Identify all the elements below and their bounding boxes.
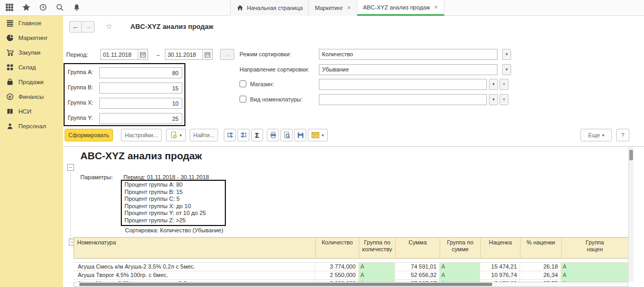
column-header: Группа по сумме	[440, 238, 481, 259]
store-combo[interactable]	[319, 79, 487, 90]
group-a-label: Группа A:	[68, 69, 93, 75]
nomen-type-clear-button[interactable]: ×	[500, 94, 508, 105]
svg-text:Р: Р	[8, 95, 12, 99]
nomen-type-combo[interactable]	[319, 94, 487, 105]
forward-button[interactable]: →	[82, 21, 95, 33]
tab-label: Маркетинг	[315, 5, 342, 11]
percent-line: Процент группы Z: >25	[124, 217, 222, 224]
store-clear-button[interactable]: ×	[500, 79, 508, 90]
app-window: Начальная страница Маркетинг × ABC-XYZ а…	[0, 0, 644, 287]
group-a-input[interactable]	[99, 67, 182, 78]
history-icon[interactable]	[39, 3, 49, 13]
nomen-type-dropdown-button[interactable]: ▾	[489, 94, 498, 105]
horizontal-scrollbar[interactable]	[74, 282, 628, 287]
calendar-icon[interactable]	[138, 49, 148, 59]
period-more-button[interactable]: ...	[220, 49, 234, 60]
sidebar-item-main[interactable]: Главное	[0, 16, 63, 30]
sort-dir-dropdown-button[interactable]: ▾	[502, 64, 511, 75]
apps-menu-icon[interactable]	[5, 3, 16, 13]
page-title: ABC-XYZ анализ продаж	[130, 23, 213, 30]
column-header: % наценки	[521, 238, 562, 259]
close-icon[interactable]: ×	[434, 4, 438, 11]
tab-label: ABC-XYZ анализ продаж	[363, 4, 430, 11]
print-preview-button[interactable]	[281, 129, 293, 141]
period-from-input[interactable]	[101, 49, 138, 59]
vertical-scrollbar-thumb[interactable]	[629, 150, 633, 160]
sidebar-item-sales[interactable]: Продажи	[0, 75, 63, 89]
period-to-input[interactable]	[165, 49, 202, 59]
group-x-label: Группа X:	[68, 99, 93, 106]
report-area: − − ABC-XYZ анализ продаж Параметры: Пер…	[63, 146, 644, 287]
store-dropdown-button[interactable]: ▾	[489, 79, 498, 90]
book-icon	[6, 108, 14, 115]
percent-line: Процент группы X: до 10	[124, 203, 222, 210]
period-to-field	[165, 49, 213, 60]
sidebar-item-nsi[interactable]: НСИ	[0, 104, 63, 119]
back-button[interactable]: ←	[69, 21, 82, 33]
home-icon	[236, 4, 244, 12]
calendar-icon[interactable]	[202, 49, 212, 59]
printer-icon	[269, 131, 277, 139]
table-row[interactable]: Агуша Творог 4,5% 100гр. с 6мес. 2 550,0…	[74, 271, 628, 280]
sort-mode-dropdown-button[interactable]: ▾	[502, 49, 511, 60]
group-percent-highlight-box: Процент группы A: 80 Процент группы B: 1…	[121, 180, 226, 226]
print-preview-icon	[283, 131, 290, 139]
column-header: Наценка	[481, 238, 521, 259]
vertical-scrollbar[interactable]	[628, 147, 633, 282]
cart-icon	[6, 49, 14, 56]
store-checkbox[interactable]	[240, 80, 246, 87]
groups-highlight-box: Группа A: Группа B: Группа X: Группа Y:	[64, 63, 185, 126]
nomen-type-label: Вид номенклатуры:	[250, 96, 303, 102]
collapse-groups-button[interactable]	[237, 129, 250, 141]
settings-button[interactable]: Настройки...	[121, 129, 162, 141]
grid-boxes-icon	[6, 64, 14, 71]
percent-line: Процент группы C: 5	[124, 196, 222, 203]
tab-marketing[interactable]: Маркетинг ×	[309, 0, 357, 16]
nomen-type-checkbox[interactable]	[240, 96, 246, 102]
horizontal-scrollbar-thumb[interactable]	[79, 283, 492, 286]
expand-groups-button[interactable]	[224, 129, 236, 141]
report-params-label: Параметры:	[80, 174, 113, 180]
report-variant-icon	[170, 131, 178, 139]
group-x-input[interactable]	[99, 98, 182, 109]
column-header: Группа по количеству	[359, 238, 396, 259]
sum-button[interactable]: Σ	[251, 129, 263, 141]
find-button[interactable]: Найти...	[190, 129, 218, 141]
send-mail-button[interactable]: ▾	[308, 129, 328, 141]
report-title: ABC-XYZ анализ продаж	[80, 150, 202, 162]
save-button[interactable]	[294, 129, 306, 141]
period-label: Период:	[66, 52, 88, 58]
collapse-params-marker[interactable]: −	[67, 164, 74, 171]
column-header: Количество	[316, 238, 359, 259]
table-header-row: Номенклатура Количество Группа по количе…	[74, 237, 628, 259]
favorite-star-icon[interactable]: ☆	[106, 22, 112, 31]
notifications-bell-icon[interactable]	[72, 3, 83, 13]
period-dash: –	[157, 52, 160, 58]
print-button[interactable]	[267, 129, 279, 141]
group-b-input[interactable]	[99, 83, 182, 94]
tab-home[interactable]: Начальная страница	[230, 0, 309, 16]
sidebar-item-purchases[interactable]: Закупки	[0, 45, 63, 60]
search-icon[interactable]	[56, 3, 66, 13]
group-y-label: Группа Y:	[68, 115, 93, 121]
percent-line: Процент группы A: 80	[124, 181, 222, 189]
sidebar-item-staff[interactable]: Персонал	[0, 119, 63, 134]
more-actions-button[interactable]: Еще ▾	[580, 129, 612, 141]
sort-dir-combo[interactable]: Убывание	[319, 64, 497, 75]
help-button[interactable]: ?	[616, 129, 629, 141]
sidebar-item-finance[interactable]: Р Финансы	[0, 89, 63, 104]
group-y-input[interactable]	[99, 113, 182, 124]
sort-dir-label: Направление сортировки:	[240, 66, 309, 73]
period-from-field	[100, 49, 148, 60]
sidebar-item-warehouse[interactable]: Склад	[0, 60, 63, 75]
report-sorting-line: Сортировка: Количество (Убывание)	[125, 227, 223, 233]
table-row[interactable]: Агуша Смесь к/м Агуша-2 3,5% 0,2л с 5мес…	[74, 263, 628, 271]
sidebar-item-marketing[interactable]: Маркетинг	[0, 30, 63, 45]
sort-mode-combo[interactable]: Количество	[319, 49, 497, 60]
generate-button[interactable]: Сформировать	[65, 129, 113, 141]
favorites-star-icon[interactable]	[22, 3, 33, 13]
close-icon[interactable]: ×	[347, 4, 351, 12]
tab-abc-xyz-analysis[interactable]: ABC-XYZ анализ продаж ×	[357, 0, 444, 16]
group-tree-line	[70, 171, 71, 239]
report-variants-button[interactable]: ▾	[166, 129, 186, 141]
